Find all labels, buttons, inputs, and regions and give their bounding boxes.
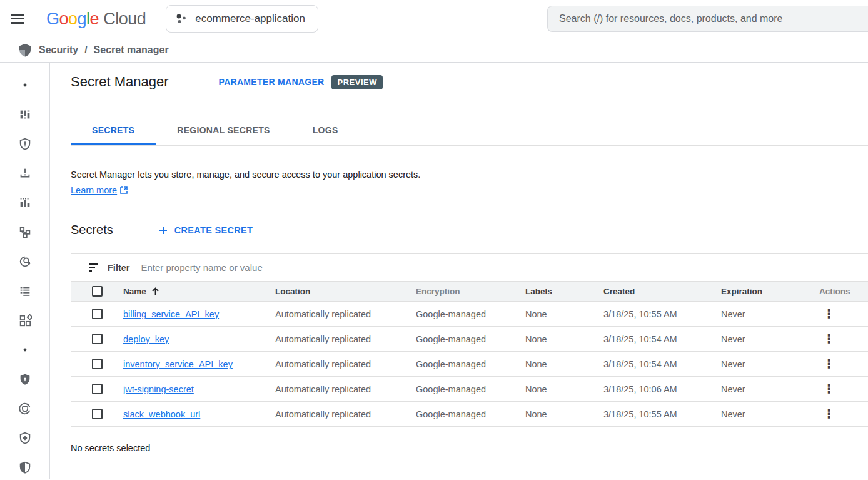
sidebar-item-5[interactable] — [0, 188, 49, 217]
table-row: billing_service_API_key Automatically re… — [71, 302, 868, 327]
sidebar-item-9[interactable] — [0, 305, 49, 335]
apps-diamond-icon — [18, 314, 32, 327]
cell-labels: None — [525, 334, 603, 344]
sort-ascending-icon[interactable] — [151, 287, 159, 296]
shield-plus-icon — [18, 431, 32, 445]
column-header-encryption: Encryption — [416, 287, 525, 296]
cell-created: 3/18/25, 10:54 AM — [603, 359, 721, 369]
project-name: ecommerce-application — [195, 13, 305, 25]
plus-icon — [158, 225, 168, 235]
secret-name-link[interactable]: slack_webhook_url — [123, 409, 200, 419]
table-row: deploy_key Automatically replicated Goog… — [71, 327, 868, 352]
cell-labels: None — [525, 309, 603, 319]
tab-logs[interactable]: LOGS — [291, 116, 360, 145]
row-actions-menu-icon[interactable]: ⋮ — [819, 306, 839, 322]
logo-letter: g — [78, 9, 87, 29]
cell-expiration: Never — [721, 334, 813, 344]
sidebar-item-10[interactable] — [0, 335, 49, 364]
learn-more-link[interactable]: Learn more — [71, 185, 117, 195]
row-actions-menu-icon[interactable]: ⋮ — [819, 406, 839, 422]
row-actions-menu-icon[interactable]: ⋮ — [819, 331, 839, 347]
learn-more-row: Learn more — [71, 185, 868, 195]
column-header-location: Location — [275, 287, 416, 296]
filter-icon — [88, 263, 99, 272]
table-row: slack_webhook_url Automatically replicat… — [71, 402, 868, 427]
logo-letter: e — [90, 9, 99, 29]
parameter-manager-link[interactable]: PARAMETER MANAGER — [219, 77, 325, 87]
cell-expiration: Never — [721, 309, 813, 319]
row-checkbox[interactable] — [92, 409, 103, 419]
sidebar-item-11[interactable] — [0, 364, 49, 394]
secret-name-link[interactable]: billing_service_API_key — [123, 309, 219, 319]
tab-regional-secrets[interactable]: REGIONAL SECRETS — [156, 116, 291, 145]
sidebar-item-13[interactable] — [0, 423, 49, 452]
project-selector[interactable]: ecommerce-application — [166, 5, 318, 33]
cell-location: Automatically replicated — [275, 334, 416, 344]
row-checkbox[interactable] — [92, 384, 103, 394]
logo-letter: G — [46, 9, 59, 29]
sidebar-item-4[interactable] — [0, 158, 49, 188]
breadcrumb-section[interactable]: Security — [39, 44, 78, 56]
secret-name-link[interactable]: deploy_key — [123, 334, 169, 344]
shield-alert-icon — [18, 137, 32, 151]
sidebar-item-14[interactable] — [0, 452, 49, 480]
security-dashboard-icon — [18, 108, 32, 121]
secret-name-link[interactable]: inventory_service_API_key — [123, 359, 233, 369]
row-checkbox[interactable] — [92, 359, 103, 369]
secret-name-link[interactable]: jwt-signing-secret — [123, 384, 194, 394]
cell-created: 3/18/25, 10:54 AM — [603, 334, 721, 344]
column-header-labels: Labels — [525, 287, 603, 296]
top-bar: Google Cloud ecommerce-application — [0, 0, 868, 38]
cell-expiration: Never — [721, 359, 813, 369]
cell-encryption: Google-managed — [416, 309, 525, 319]
secrets-heading: Secrets — [71, 223, 113, 237]
cell-location: Automatically replicated — [275, 409, 416, 419]
row-checkbox[interactable] — [92, 309, 103, 319]
logo-cloud-text: Cloud — [103, 9, 146, 29]
filter-input[interactable] — [141, 262, 868, 273]
sidebar-item-2[interactable] — [0, 100, 49, 129]
bullet-dot-icon — [23, 347, 28, 352]
external-link-icon — [119, 186, 128, 195]
sidebar-item-1[interactable] — [0, 70, 49, 100]
tab-secrets[interactable]: SECRETS — [71, 116, 156, 145]
tray-alert-icon — [18, 166, 32, 180]
bullet-dot-icon — [23, 83, 28, 88]
cell-labels: None — [525, 409, 603, 419]
sidebar-item-3[interactable] — [0, 129, 49, 158]
row-checkbox[interactable] — [92, 334, 103, 344]
cell-labels: None — [525, 384, 603, 394]
list-icon — [18, 284, 32, 298]
table-row: inventory_service_API_key Automatically … — [71, 352, 868, 377]
search-input[interactable] — [547, 6, 868, 32]
menu-button[interactable] — [0, 11, 35, 26]
column-header-actions: Actions — [813, 287, 868, 296]
row-actions-menu-icon[interactable]: ⋮ — [819, 381, 839, 397]
hamburger-icon — [11, 11, 24, 26]
create-secret-button[interactable]: CREATE SECRET — [158, 225, 253, 235]
preview-badge: PREVIEW — [331, 75, 382, 89]
sidebar-item-7[interactable] — [0, 247, 49, 276]
logo-letter: o — [59, 9, 69, 29]
cell-encryption: Google-managed — [416, 409, 525, 419]
search-container — [547, 6, 868, 32]
breadcrumb-separator: / — [84, 44, 87, 56]
selection-status: No secrets selected — [71, 443, 868, 453]
network-tree-icon — [18, 225, 32, 239]
column-header-name[interactable]: Name — [123, 287, 146, 296]
table-row: jwt-signing-secret Automatically replica… — [71, 377, 868, 402]
sidebar-item-12[interactable] — [0, 394, 49, 423]
sidebar-item-6[interactable] — [0, 217, 49, 247]
cell-expiration: Never — [721, 409, 813, 419]
row-actions-menu-icon[interactable]: ⋮ — [819, 356, 839, 372]
security-shield-icon — [18, 43, 33, 58]
page-title: Secret Manager — [71, 74, 169, 90]
shield-half-icon — [18, 461, 32, 474]
cell-created: 3/18/25, 10:06 AM — [603, 384, 721, 394]
cell-labels: None — [525, 359, 603, 369]
shield-filled-icon — [18, 372, 32, 386]
sidebar-item-8[interactable] — [0, 276, 49, 305]
select-all-checkbox[interactable] — [92, 286, 103, 297]
page-description: Secret Manager lets you store, manage, a… — [71, 170, 868, 180]
google-cloud-logo: Google Cloud — [46, 9, 146, 29]
